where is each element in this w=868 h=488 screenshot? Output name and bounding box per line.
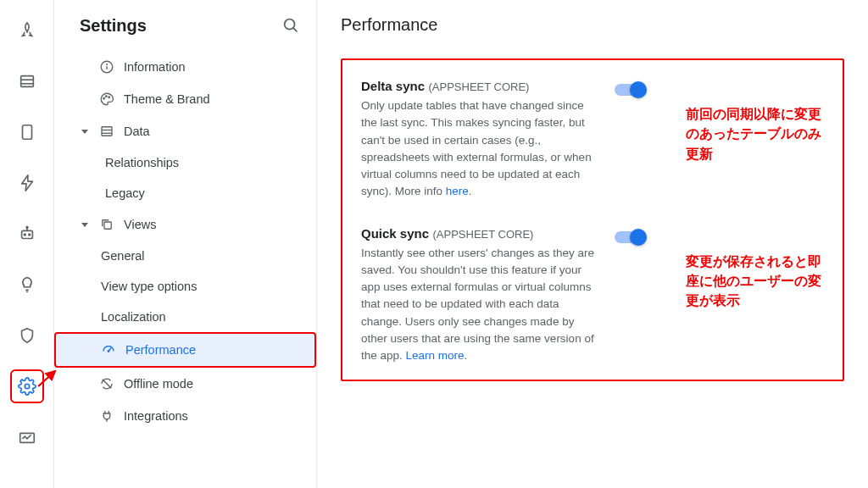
- chevron-down-icon: [80, 219, 90, 230]
- nav-integrations[interactable]: Integrations: [54, 400, 316, 432]
- nav-view-type-options[interactable]: View type options: [54, 271, 316, 302]
- left-rail: [0, 0, 54, 488]
- nav-label: Offline mode: [124, 377, 193, 391]
- table-icon: [98, 124, 115, 139]
- nav-label: Information: [124, 60, 186, 74]
- svg-point-19: [107, 64, 108, 65]
- nav-label: Theme & Brand: [124, 92, 210, 106]
- setting-delta-sync: Delta sync (APPSHEET CORE) Only update t…: [361, 79, 824, 201]
- nav-label: Legacy: [105, 186, 145, 200]
- quick-sync-toggle[interactable]: [615, 230, 645, 245]
- quick-sync-desc: Instantly see other users' changes as th…: [361, 245, 594, 365]
- svg-point-15: [285, 19, 295, 30]
- svg-rect-0: [20, 76, 33, 87]
- nav-theme[interactable]: Theme & Brand: [54, 83, 316, 115]
- rail-data-icon[interactable]: [10, 64, 44, 98]
- svg-point-22: [108, 97, 110, 98]
- nav-offline[interactable]: Offline mode: [54, 368, 316, 400]
- chevron-down-icon: [80, 126, 90, 136]
- copy-icon: [98, 217, 115, 232]
- svg-marker-27: [81, 223, 88, 227]
- svg-point-20: [103, 98, 105, 100]
- nav-label: Data: [124, 125, 150, 138]
- nav-label: Performance: [125, 343, 196, 357]
- svg-marker-5: [21, 175, 32, 191]
- main-content: Performance Delta sync (APPSHEET CORE) O…: [317, 0, 868, 488]
- rail-security-icon[interactable]: [10, 319, 44, 352]
- info-icon: [98, 59, 115, 75]
- nav-information[interactable]: Information: [54, 51, 316, 83]
- svg-point-21: [106, 96, 108, 97]
- svg-point-7: [24, 234, 25, 236]
- svg-marker-23: [81, 130, 88, 134]
- nav-label: View type options: [101, 280, 197, 293]
- offline-icon: [98, 376, 115, 391]
- page-title: Performance: [341, 15, 844, 35]
- svg-rect-24: [102, 127, 112, 136]
- svg-rect-28: [104, 222, 111, 229]
- settings-nav: Information Theme & Brand Data Relations…: [54, 51, 316, 432]
- svg-point-13: [25, 384, 30, 389]
- delta-sync-annotation: 前回の同期以降に変更のあったテーブルのみ更新: [686, 104, 824, 164]
- rail-intelligence-icon[interactable]: [10, 268, 44, 302]
- nav-data[interactable]: Data: [54, 115, 316, 147]
- nav-label: Localization: [101, 310, 166, 324]
- rail-views-icon[interactable]: [10, 115, 44, 149]
- speed-icon: [100, 342, 117, 358]
- performance-card: Delta sync (APPSHEET CORE) Only update t…: [341, 58, 844, 381]
- svg-point-10: [26, 226, 28, 228]
- svg-point-8: [28, 234, 30, 236]
- nav-performance[interactable]: Performance: [54, 332, 316, 368]
- nav-legacy[interactable]: Legacy: [54, 178, 316, 208]
- rail-bot-icon[interactable]: [10, 217, 44, 251]
- palette-icon: [98, 92, 115, 107]
- nav-localization[interactable]: Localization: [54, 302, 316, 332]
- nav-general[interactable]: General: [54, 241, 316, 271]
- delta-sync-desc: Only update tables that have changed sin…: [361, 97, 594, 201]
- settings-panel: Settings Information Theme & Brand Data …: [54, 0, 317, 488]
- svg-line-16: [293, 28, 297, 31]
- quick-sync-link[interactable]: Learn more: [406, 349, 465, 362]
- nav-label: Integrations: [124, 409, 188, 423]
- nav-label: General: [101, 249, 145, 263]
- rail-deploy-icon[interactable]: [10, 14, 44, 47]
- rail-automation-icon[interactable]: [10, 166, 44, 200]
- delta-sync-toggle[interactable]: [615, 82, 645, 97]
- svg-rect-3: [22, 125, 31, 140]
- plug-icon: [98, 408, 115, 424]
- settings-title: Settings: [80, 16, 147, 36]
- nav-label: Relationships: [105, 156, 179, 169]
- delta-sync-title: Delta sync: [361, 79, 425, 93]
- nav-relationships[interactable]: Relationships: [54, 147, 316, 178]
- quick-sync-annotation: 変更が保存されると即座に他のユーザーの変更が表示: [686, 252, 824, 311]
- nav-views[interactable]: Views: [54, 208, 316, 241]
- delta-sync-link[interactable]: here: [446, 185, 469, 197]
- nav-label: Views: [124, 218, 156, 231]
- delta-sync-badge: (APPSHEET CORE): [429, 80, 530, 93]
- rail-settings-icon[interactable]: [10, 369, 44, 403]
- quick-sync-badge: (APPSHEET CORE): [433, 228, 534, 241]
- search-icon[interactable]: [281, 15, 301, 36]
- rail-manage-icon[interactable]: [10, 420, 44, 454]
- quick-sync-title: Quick sync: [361, 226, 429, 241]
- setting-quick-sync: Quick sync (APPSHEET CORE) Instantly see…: [361, 226, 824, 365]
